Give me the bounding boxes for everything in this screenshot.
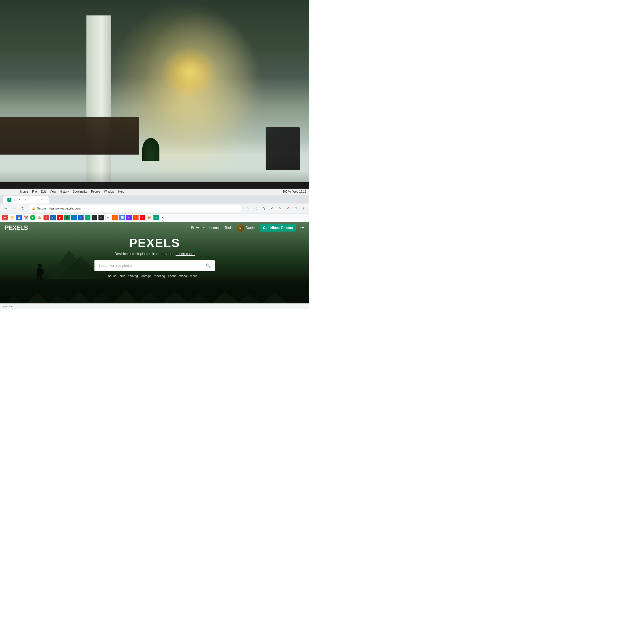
extensions-btn-5[interactable]: 🛡 bbox=[293, 205, 299, 212]
browser-window: hrome File Edit View History Bookmarks P… bbox=[0, 189, 309, 309]
ext-drive[interactable]: 📁 bbox=[9, 215, 15, 220]
more-options-button[interactable]: ••• bbox=[300, 226, 305, 230]
reader-mode-button[interactable]: ◁ bbox=[252, 205, 259, 212]
hero-content: PEXELS Best free stock photos in one pla… bbox=[0, 236, 309, 278]
learn-more-link[interactable]: Learn more bbox=[176, 252, 195, 256]
light-burst bbox=[161, 46, 218, 98]
ext-medium[interactable]: M bbox=[85, 215, 90, 220]
extensions-btn-3[interactable]: ⚙ bbox=[276, 205, 283, 212]
address-bar[interactable]: 🔒 Secure https://www.pexels.com bbox=[28, 205, 243, 212]
tagline: Best free stock photos in one place. Lea… bbox=[114, 252, 195, 256]
menu-people[interactable]: People bbox=[91, 190, 100, 193]
ext-pdf[interactable]: A bbox=[44, 215, 49, 220]
ext-dots[interactable]: … bbox=[167, 215, 173, 220]
menu-history[interactable]: History bbox=[60, 190, 69, 193]
nav-tools[interactable]: Tools bbox=[225, 226, 233, 230]
ext-trello[interactable]: T bbox=[71, 215, 77, 220]
tab-close-button[interactable]: ✕ bbox=[39, 197, 44, 202]
back-button[interactable]: ← bbox=[2, 205, 9, 212]
search-suggestions: house blur training vintage meeting phon… bbox=[108, 274, 201, 278]
ext-ai-2[interactable]: A bbox=[133, 215, 139, 220]
search-bar[interactable]: Search for free photos... 🔍 bbox=[94, 260, 215, 271]
forward-button[interactable]: → bbox=[11, 205, 18, 212]
menu-help[interactable]: Help bbox=[118, 190, 124, 193]
suggestion-house[interactable]: house bbox=[108, 274, 116, 278]
nav-links: Browse License Tools D Daniel Contribute… bbox=[191, 224, 305, 232]
suggestion-meeting[interactable]: meeting bbox=[154, 274, 165, 278]
ext-medium-2[interactable]: M bbox=[92, 215, 97, 220]
ext-calendar-2[interactable]: 📆 bbox=[23, 215, 29, 220]
secure-label: Secure bbox=[37, 207, 46, 210]
contribute-photos-button[interactable]: Contribute Photos bbox=[260, 224, 297, 232]
ext-green[interactable]: ● bbox=[30, 215, 35, 220]
nav-browse[interactable]: Browse bbox=[191, 226, 205, 230]
ext-bookmark[interactable]: ◻ bbox=[50, 215, 56, 220]
ext-gmail[interactable]: M bbox=[2, 215, 8, 220]
active-tab[interactable]: P PEXELS ✕ bbox=[3, 196, 49, 204]
menu-bar-items: hrome File Edit View History Bookmarks P… bbox=[20, 190, 124, 193]
extensions-row: M 📁 📅 📆 ● 🧅 A ◻ ▶ ⬛ T ✎ M M M N Y 📊 A A … bbox=[0, 214, 309, 222]
menu-three-dots[interactable]: ⋮ bbox=[301, 205, 307, 212]
suggestion-blur[interactable]: blur bbox=[119, 274, 125, 278]
ext-ai-1[interactable]: A bbox=[126, 215, 132, 220]
bookmark-star-button[interactable]: ☆ bbox=[244, 205, 251, 212]
nav-license[interactable]: License bbox=[209, 226, 220, 230]
menu-view[interactable]: View bbox=[50, 190, 56, 193]
menu-edit[interactable]: Edit bbox=[41, 190, 46, 193]
user-avatar[interactable]: D bbox=[237, 224, 244, 232]
ext-feather[interactable]: ✎ bbox=[78, 215, 84, 220]
menu-window[interactable]: Window bbox=[104, 190, 114, 193]
ext-tor[interactable]: 🧅 bbox=[37, 215, 42, 220]
url-text: https://www.pexels.com bbox=[48, 207, 81, 210]
suggestion-vintage[interactable]: vintage bbox=[141, 274, 151, 278]
time-display: Wed 16:15 bbox=[293, 190, 306, 193]
pexels-logo: PEXELS bbox=[5, 224, 28, 232]
extensions-btn-1[interactable]: 🐾 bbox=[260, 205, 267, 212]
system-status: 100 % Wed 16:15 bbox=[283, 190, 306, 193]
ext-youtube[interactable]: ▶ bbox=[57, 215, 63, 220]
suggestion-wood[interactable]: wood bbox=[179, 274, 187, 278]
chair bbox=[266, 127, 300, 170]
user-name[interactable]: Daniel bbox=[246, 226, 256, 230]
suggestion-phone[interactable]: phone bbox=[168, 274, 177, 278]
address-bar-row: ← → ↻ 🔒 Secure https://www.pexels.com ☆ … bbox=[0, 204, 309, 214]
battery-status: 100 % bbox=[283, 190, 291, 193]
menu-file[interactable]: File bbox=[32, 190, 37, 193]
suggestion-training[interactable]: training bbox=[128, 274, 138, 278]
ext-notion[interactable]: N bbox=[105, 215, 111, 220]
extensions-btn-2[interactable]: P bbox=[268, 205, 275, 212]
screen-bezel bbox=[0, 182, 309, 189]
desk bbox=[0, 117, 139, 155]
secure-icon: 🔒 bbox=[32, 207, 35, 210]
tab-bar: P PEXELS ✕ bbox=[0, 195, 309, 204]
ext-sheets[interactable]: ⬛ bbox=[64, 215, 70, 220]
ext-adobe[interactable]: A bbox=[140, 215, 145, 220]
ext-medium-3[interactable]: M bbox=[98, 215, 104, 220]
tab-title: PEXELS bbox=[14, 198, 27, 202]
pexels-nav: PEXELS Browse License Tools D Daniel Con… bbox=[0, 222, 309, 234]
tab-favicon: P bbox=[7, 198, 11, 202]
menu-chrome[interactable]: hrome bbox=[20, 190, 28, 193]
ext-calendar-1[interactable]: 📅 bbox=[16, 215, 22, 220]
menu-bookmarks[interactable]: Bookmarks bbox=[73, 190, 87, 193]
ext-hacker[interactable]: Y bbox=[112, 215, 118, 220]
status-text: Searches bbox=[2, 305, 13, 308]
ext-refresh[interactable]: ↻ bbox=[160, 215, 166, 220]
extensions-btn-4[interactable]: 📌 bbox=[285, 205, 291, 212]
status-bar: Searches bbox=[0, 303, 309, 309]
search-icon[interactable]: 🔍 bbox=[206, 263, 211, 268]
pexels-website: PEXELS Browse License Tools D Daniel Con… bbox=[0, 222, 309, 309]
more-suggestions-link[interactable]: more → bbox=[190, 274, 201, 278]
menu-bar: hrome File Edit View History Bookmarks P… bbox=[0, 189, 309, 195]
plant bbox=[142, 138, 159, 161]
ext-pexels[interactable]: P bbox=[153, 215, 159, 220]
site-title: PEXELS bbox=[129, 236, 180, 250]
ext-chart[interactable]: 📊 bbox=[119, 215, 125, 220]
search-placeholder: Search for free photos... bbox=[98, 264, 206, 268]
ext-figma[interactable]: 🎨 bbox=[147, 215, 152, 220]
user-area: D Daniel bbox=[237, 224, 256, 232]
refresh-button[interactable]: ↻ bbox=[19, 205, 26, 212]
